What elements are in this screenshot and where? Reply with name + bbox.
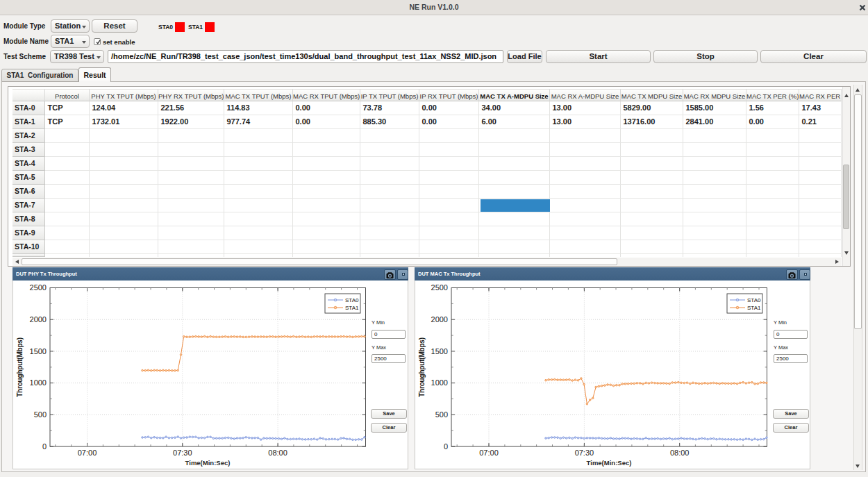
svg-text:2000: 2000 — [431, 315, 448, 324]
svg-text:Throughput(Mbps): Throughput(Mbps) — [16, 337, 24, 397]
svg-text:2500: 2500 — [431, 283, 448, 292]
svg-text:08:00: 08:00 — [268, 449, 287, 457]
svg-text:Time(Min:Sec): Time(Min:Sec) — [185, 459, 231, 467]
svg-text:STA0: STA0 — [747, 297, 761, 303]
svg-text:07:00: 07:00 — [479, 449, 499, 457]
svg-text:500: 500 — [34, 410, 47, 419]
svg-text:STA1: STA1 — [345, 305, 359, 311]
svg-text:500: 500 — [435, 410, 448, 419]
svg-text:08:00: 08:00 — [670, 449, 690, 457]
svg-text:Throughput(Mbps): Throughput(Mbps) — [418, 337, 426, 397]
svg-text:2500: 2500 — [30, 283, 47, 292]
svg-text:1500: 1500 — [431, 347, 448, 355]
svg-text:2000: 2000 — [30, 315, 47, 324]
svg-text:07:30: 07:30 — [575, 449, 594, 457]
svg-text:Time(Min:Sec): Time(Min:Sec) — [587, 459, 632, 467]
svg-text:0: 0 — [42, 442, 47, 451]
svg-text:0: 0 — [444, 442, 448, 451]
svg-text:STA0: STA0 — [345, 297, 359, 303]
svg-text:07:00: 07:00 — [78, 449, 97, 457]
svg-text:07:30: 07:30 — [173, 449, 192, 457]
svg-text:STA1: STA1 — [747, 305, 761, 311]
svg-text:1000: 1000 — [431, 378, 448, 387]
svg-text:1500: 1500 — [30, 347, 47, 355]
svg-text:1000: 1000 — [30, 378, 47, 387]
